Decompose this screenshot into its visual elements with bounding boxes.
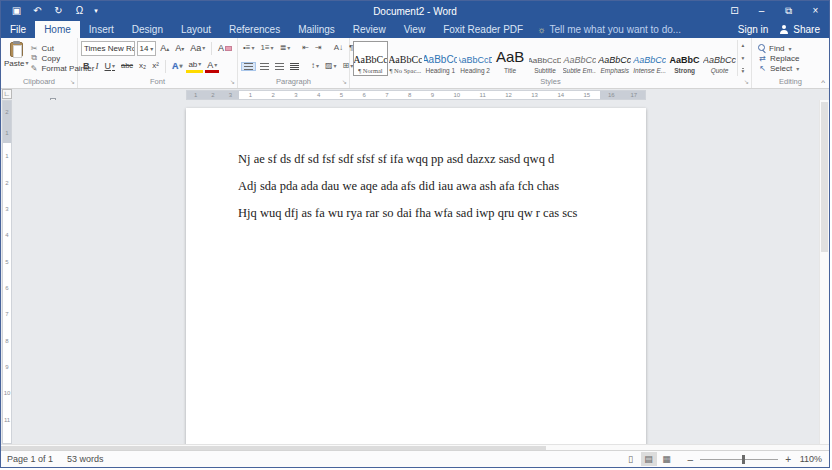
text-highlight-button[interactable]: ab <box>186 59 203 73</box>
font-color-button[interactable]: A <box>205 60 219 73</box>
ribbon-tab[interactable]: References <box>220 21 289 38</box>
read-mode-button[interactable]: ▯ <box>623 452 639 466</box>
ribbon-tab[interactable]: Foxit Reader PDF <box>434 21 532 38</box>
ruler-number: 2 <box>5 109 8 115</box>
align-left-icon <box>244 63 253 70</box>
style-chip[interactable]: AaBbCc Subtle Em... <box>562 41 597 76</box>
gallery-more-icon[interactable]: ▾ <box>742 68 745 74</box>
close-button[interactable]: × <box>802 1 829 21</box>
shading-button[interactable]: ▨ <box>323 59 339 73</box>
style-chip[interactable]: AaBbC Strong <box>667 41 702 76</box>
paragraph-dialog-launcher-icon[interactable]: ↘ <box>342 77 347 88</box>
page-count[interactable]: Page 1 of 1 <box>7 454 53 464</box>
select-button[interactable]: ↖ Select <box>758 63 799 73</box>
ruler-number: 7 <box>5 311 8 317</box>
document-line[interactable]: Adj sda pda ada dau we aqe ada afs did i… <box>238 180 616 193</box>
increase-indent-button[interactable]: ⇥ <box>313 41 324 55</box>
tell-me-box[interactable]: ☼ Tell me what you want to do... <box>532 21 681 38</box>
sign-in-button[interactable]: Sign in <box>738 24 769 35</box>
customize-qat-icon[interactable]: ▾ <box>90 1 102 21</box>
clipboard-dialog-launcher-icon[interactable]: ↘ <box>70 77 75 88</box>
justify-button[interactable] <box>288 63 301 70</box>
sort-button[interactable]: A↓ <box>332 41 345 55</box>
zoom-slider-thumb[interactable] <box>742 455 745 464</box>
ruler-number: 3 <box>294 92 297 98</box>
replace-button[interactable]: ⇄ Replace <box>758 53 799 63</box>
symbol-omega-icon[interactable]: Ω <box>69 1 90 21</box>
ruler-number: 12 <box>505 92 512 98</box>
style-chip[interactable]: AaBbCc Quote <box>702 41 737 76</box>
redo-icon[interactable]: ↻ <box>48 1 69 21</box>
ribbon-tab[interactable]: Review <box>344 21 395 38</box>
tab-selector[interactable]: ∟ <box>2 89 12 99</box>
font-name-combo[interactable]: Times New Ro▾ <box>81 41 135 56</box>
ribbon-tab[interactable]: Home <box>35 21 80 38</box>
print-layout-button[interactable]: ▤ <box>641 452 657 466</box>
find-label: Find <box>769 44 785 53</box>
style-chip[interactable]: AaBbCc Heading 1 <box>423 41 458 76</box>
font-size-combo[interactable]: 14▾ <box>137 41 157 56</box>
change-case-button[interactable]: Aa <box>188 41 207 55</box>
numbering-button[interactable]: 1≡ <box>258 41 275 55</box>
ribbon-tab[interactable]: File <box>1 21 35 38</box>
style-chip[interactable]: AaBbCc ¶ No Spac... <box>388 41 423 76</box>
align-right-button[interactable] <box>273 63 286 70</box>
style-chip[interactable]: AaB Title <box>493 41 528 76</box>
ribbon-tab[interactable]: Insert <box>80 21 123 38</box>
ribbon-tab[interactable]: Mailings <box>289 21 344 38</box>
align-center-button[interactable] <box>258 63 271 70</box>
gallery-up-icon[interactable]: ▴ <box>742 42 745 48</box>
gallery-down-icon[interactable]: ▾ <box>742 55 745 61</box>
restore-button[interactable]: ⧉ <box>775 1 802 21</box>
zoom-level[interactable]: 110% <box>798 454 822 464</box>
vertical-scrollbar-thumb[interactable] <box>821 102 828 252</box>
web-layout-button[interactable]: ▦ <box>659 452 675 466</box>
clear-formatting-button[interactable]: A <box>216 41 234 55</box>
word-count[interactable]: 53 words <box>67 454 104 464</box>
undo-icon[interactable]: ↶ <box>27 1 48 21</box>
styles-dialog-launcher-icon[interactable]: ↘ <box>744 77 749 88</box>
zoom-in-button[interactable]: + <box>785 454 791 465</box>
bullets-button[interactable]: •≡ <box>241 41 256 55</box>
vertical-ruler[interactable]: 21 1234567891011 <box>2 100 12 444</box>
minimize-button[interactable]: – <box>748 1 775 21</box>
save-icon[interactable]: ▣ <box>6 1 27 21</box>
vertical-scrollbar[interactable] <box>819 100 829 444</box>
underline-button[interactable]: U <box>103 59 118 73</box>
horizontal-ruler[interactable]: 123 123456789101112131415 1617 <box>186 90 646 100</box>
multilevel-list-button[interactable]: ≣ <box>278 41 293 55</box>
ribbon-tab[interactable]: Layout <box>172 21 220 38</box>
italic-button[interactable]: I <box>94 59 101 73</box>
style-chip[interactable]: AaBbCcD Subtitle <box>528 41 563 76</box>
bold-button[interactable]: B <box>81 59 92 73</box>
style-chip[interactable]: AaBbCc Emphasis <box>597 41 632 76</box>
collapse-ribbon-icon[interactable]: ^ <box>821 78 825 87</box>
subscript-button[interactable]: x₂ <box>137 59 148 73</box>
style-chip[interactable]: AaBbCc Intense E... <box>632 41 667 76</box>
share-button[interactable]: Share <box>780 24 820 35</box>
text-effects-button[interactable]: A <box>170 59 185 73</box>
line-spacing-button[interactable]: ↕ <box>309 59 321 73</box>
zoom-slider[interactable] <box>700 459 778 460</box>
align-left-button[interactable] <box>241 62 256 71</box>
document-line[interactable]: Hjq wuq dfj as fa wu rya rar so dai fha … <box>238 207 616 220</box>
ribbon-display-options-icon[interactable]: ⊡ <box>721 1 748 21</box>
document-text[interactable]: Nj ae sf ds df sd fsf sdf sfsf sf ifa wq… <box>238 153 616 234</box>
superscript-button[interactable]: x² <box>150 59 161 73</box>
ribbon-tab[interactable]: View <box>395 21 435 38</box>
style-chip[interactable]: AaBbCcD Heading 2 <box>458 41 493 76</box>
font-dialog-launcher-icon[interactable]: ↘ <box>230 77 235 88</box>
decrease-indent-button[interactable]: ⇤ <box>300 41 311 55</box>
strikethrough-button[interactable]: abc <box>119 59 135 73</box>
style-chip[interactable]: AaBbCc ¶ Normal <box>353 41 388 76</box>
document-page[interactable]: Nj ae sf ds df sd fsf sdf sfsf sf ifa wq… <box>186 108 646 444</box>
zoom-out-button[interactable]: – <box>688 454 694 465</box>
shrink-font-button[interactable]: A▾ <box>173 41 186 56</box>
find-button[interactable]: Find <box>758 43 799 53</box>
ruler-number: 6 <box>362 92 365 98</box>
ribbon-tab[interactable]: Design <box>123 21 172 38</box>
grow-font-button[interactable]: A▴ <box>158 41 171 56</box>
document-line[interactable]: Nj ae sf ds df sd fsf sdf sfsf sf ifa wq… <box>238 153 616 166</box>
paste-button[interactable]: Paste <box>4 40 28 76</box>
account-area: Sign in Share <box>738 21 829 38</box>
